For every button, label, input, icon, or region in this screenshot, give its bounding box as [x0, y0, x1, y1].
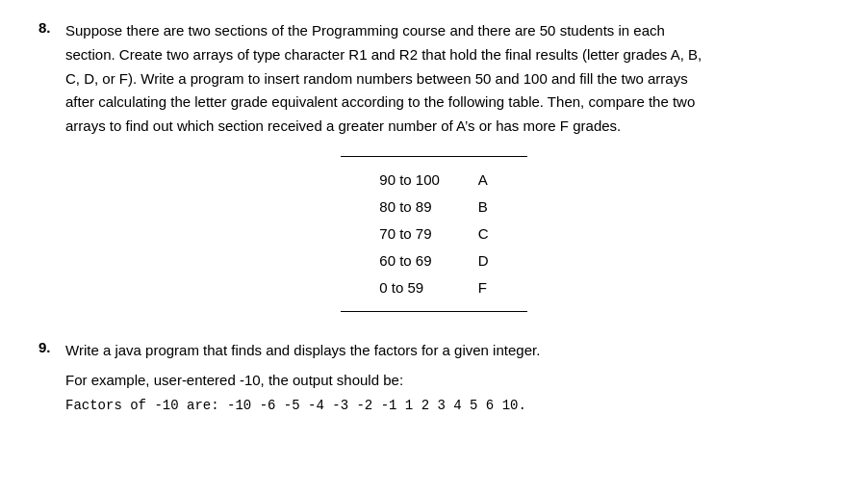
q8-line3: C, D, or F). Write a program to insert r… — [65, 67, 702, 91]
question-9-sub-text: For example, user-entered -10, the outpu… — [65, 369, 830, 393]
grade-letter: B — [478, 194, 489, 221]
question-8-number: 8. — [38, 19, 65, 36]
grade-range: 70 to 79 — [379, 221, 478, 247]
grade-table-row: 70 to 79C — [379, 221, 488, 247]
grade-range: 80 to 89 — [379, 194, 478, 221]
grade-table-row: 90 to 100A — [379, 167, 488, 194]
grade-letter: D — [478, 247, 489, 274]
q8-line5: arrays to find out which section receive… — [65, 115, 702, 139]
question-9-number: 9. — [38, 339, 65, 355]
q8-line4: after calculating the letter grade equiv… — [65, 91, 702, 115]
question-9-main-text: Write a java program that finds and disp… — [65, 339, 540, 363]
grade-letter: C — [478, 221, 489, 247]
grade-table: 90 to 100A80 to 89B70 to 79C60 to 69D0 t… — [341, 156, 526, 312]
grade-letter: F — [478, 274, 489, 301]
grade-range: 60 to 69 — [379, 247, 478, 274]
question-8-block: 8. Suppose there are two sections of the… — [38, 19, 830, 312]
question-8-header: 8. Suppose there are two sections of the… — [38, 19, 830, 139]
grade-range: 0 to 59 — [379, 274, 478, 301]
grade-range: 90 to 100 — [379, 167, 478, 194]
grade-table-row: 0 to 59F — [379, 274, 488, 301]
question-9-code: Factors of -10 are: -10 -6 -5 -4 -3 -2 -… — [65, 398, 830, 413]
grade-table-inner: 90 to 100A80 to 89B70 to 79C60 to 69D0 t… — [379, 167, 488, 301]
grade-table-row: 60 to 69D — [379, 247, 488, 274]
q8-line1: Suppose there are two sections of the Pr… — [65, 19, 702, 43]
q8-line2: section. Create two arrays of type chara… — [65, 43, 702, 67]
grade-table-row: 80 to 89B — [379, 194, 488, 221]
question-8-text: Suppose there are two sections of the Pr… — [65, 19, 702, 139]
grade-table-wrapper: 90 to 100A80 to 89B70 to 79C60 to 69D0 t… — [38, 156, 830, 312]
question-9-header: 9. Write a java program that finds and d… — [38, 339, 830, 363]
question-9-block: 9. Write a java program that finds and d… — [38, 339, 830, 414]
grade-letter: A — [478, 167, 489, 194]
